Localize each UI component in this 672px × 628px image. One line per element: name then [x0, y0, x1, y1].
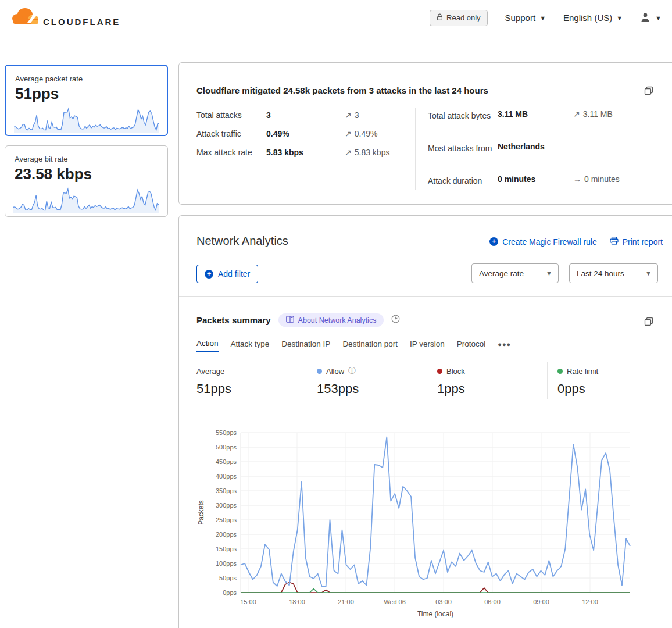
stats-divider [428, 362, 428, 399]
stat-rate-limit-value: 0pps [557, 381, 672, 397]
tab-destination-port[interactable]: Destination port [342, 340, 398, 352]
bit-rate-card[interactable]: Average bit rate 23.58 kbps [5, 145, 168, 217]
svg-text:450pps: 450pps [216, 458, 237, 465]
stats-divider [308, 362, 308, 399]
copy-icon[interactable] [644, 317, 653, 326]
tab-ip-version[interactable]: IP version [410, 340, 445, 352]
history-clock-icon[interactable] [391, 315, 400, 326]
packet-rate-card[interactable]: Average packet rate 51pps [5, 65, 168, 136]
attack-duration-row: Attack duration 0 minutes →0 minutes [428, 174, 620, 188]
svg-text:0pps: 0pps [223, 589, 237, 596]
svg-text:150pps: 150pps [216, 545, 237, 552]
trend-up-icon: ↗ [345, 110, 352, 120]
allow-dot-icon [317, 369, 322, 374]
tab-destination-ip[interactable]: Destination IP [281, 340, 330, 352]
copy-icon[interactable] [644, 86, 653, 95]
bit-rate-label: Average bit rate [15, 155, 68, 163]
svg-text:100pps: 100pps [216, 560, 237, 567]
top-header: CLOUDFLARE Read only Support ▼ English (… [0, 0, 672, 35]
stat-block: Block 1pps [437, 366, 557, 397]
total-attacks-row: Total attacks 3 ↗3 [196, 110, 359, 120]
svg-text:06:00: 06:00 [484, 598, 501, 605]
chevron-down-icon: ▼ [655, 15, 662, 22]
packet-rate-sparkline [14, 106, 159, 133]
svg-text:12:00: 12:00 [582, 598, 598, 605]
svg-text:550pps: 550pps [216, 429, 237, 436]
printer-icon [610, 237, 619, 247]
bit-rate-value: 23.58 kbps [15, 165, 92, 183]
most-attacks-from-row: Most attacks from Netherlands [428, 142, 576, 156]
bit-rate-sparkline [13, 187, 159, 213]
svg-text:350pps: 350pps [216, 487, 237, 494]
svg-text:250pps: 250pps [216, 516, 237, 523]
add-filter-button[interactable]: + Add filter [196, 265, 258, 283]
tab-action[interactable]: Action [196, 339, 219, 352]
block-dot-icon [437, 369, 442, 374]
cloudflare-cloud-icon [9, 5, 42, 30]
svg-text:Time (local): Time (local) [417, 610, 453, 618]
cloudflare-logo[interactable]: CLOUDFLARE [9, 5, 120, 30]
stats-divider [547, 362, 548, 399]
trend-up-icon: ↗ [345, 148, 352, 157]
svg-text:Wed 06: Wed 06 [384, 598, 406, 605]
packets-chart-container: 0pps50pps100pps150pps200pps250pps300pps3… [195, 425, 637, 628]
packet-rate-value: 51pps [15, 85, 59, 103]
summary-divider [415, 108, 416, 190]
tabs-more-button[interactable]: ●●● [498, 341, 511, 351]
about-network-analytics-badge[interactable]: About Network Analytics [278, 313, 384, 327]
tab-protocol[interactable]: Protocol [457, 340, 486, 352]
svg-text:300pps: 300pps [216, 502, 237, 509]
total-attack-bytes-row: Total attack bytes 3.11 MB ↗3.11 MB [428, 109, 613, 123]
svg-text:03:00: 03:00 [435, 598, 452, 605]
tab-attack-type[interactable]: Attack type [231, 340, 270, 352]
stat-average: Average 51pps [196, 366, 317, 397]
stat-allow-value: 153pps [317, 381, 437, 397]
trend-up-icon: ↗ [345, 129, 352, 138]
chevron-down-icon: ▼ [645, 270, 652, 277]
rate-limit-dot-icon [557, 369, 563, 374]
create-magic-firewall-rule-link[interactable]: + Create Magic Firewall rule [489, 237, 597, 247]
max-attack-rate-row: Max attack rate 5.83 kbps ↗5.83 kbps [196, 148, 389, 157]
stat-rate-limit: Rate limit 0pps [557, 366, 672, 397]
svg-text:50pps: 50pps [219, 575, 237, 581]
svg-text:400pps: 400pps [216, 473, 237, 480]
packets-chart: 0pps50pps100pps150pps200pps250pps300pps3… [195, 425, 637, 626]
stat-block-value: 1pps [437, 381, 557, 397]
lock-icon [437, 13, 443, 23]
dimension-tabs: Action Attack type Destination IP Destin… [196, 339, 511, 352]
svg-text:09:00: 09:00 [533, 598, 549, 605]
attack-traffic-row: Attack traffic 0.49% ↗0.49% [196, 129, 377, 138]
book-icon [286, 316, 294, 324]
svg-text:21:00: 21:00 [338, 598, 354, 605]
stat-allow: Allow ⓘ 153pps [317, 366, 437, 397]
support-menu[interactable]: Support ▼ [505, 13, 546, 23]
plus-circle-icon: + [489, 237, 498, 246]
stat-average-value: 51pps [196, 381, 317, 397]
user-avatar-icon [640, 12, 650, 24]
svg-text:500pps: 500pps [216, 444, 237, 451]
section-divider [179, 296, 672, 297]
trend-right-icon: → [573, 174, 581, 184]
time-range-select[interactable]: Last 24 hours ▼ [569, 263, 658, 283]
chevron-down-icon: ▼ [539, 15, 546, 22]
attack-summary-card: Cloudflare mitigated 24.58k packets from… [178, 62, 672, 205]
user-menu[interactable]: ▼ [640, 12, 662, 24]
svg-text:15:00: 15:00 [240, 598, 256, 605]
packets-summary-stats: Average 51pps Allow ⓘ 153pps Block 1pps … [196, 366, 672, 397]
metric-select[interactable]: Average rate ▼ [471, 263, 559, 283]
packets-summary-title: Packets summary [196, 315, 271, 325]
brand-wordmark: CLOUDFLARE [43, 17, 120, 30]
info-icon[interactable]: ⓘ [348, 366, 356, 376]
network-analytics-title: Network Analytics [196, 234, 288, 248]
print-report-link[interactable]: Print report [610, 237, 663, 247]
read-only-badge: Read only [430, 10, 488, 26]
svg-text:200pps: 200pps [216, 531, 237, 538]
chevron-down-icon: ▼ [546, 270, 552, 277]
svg-text:Packets: Packets [197, 500, 205, 525]
packet-rate-label: Average packet rate [15, 74, 83, 83]
plus-circle-icon: + [205, 270, 213, 279]
language-menu[interactable]: English (US) ▼ [563, 13, 623, 23]
svg-text:18:00: 18:00 [289, 598, 305, 605]
chevron-down-icon: ▼ [616, 15, 623, 22]
network-analytics-card: Network Analytics + Create Magic Firewal… [178, 215, 672, 628]
